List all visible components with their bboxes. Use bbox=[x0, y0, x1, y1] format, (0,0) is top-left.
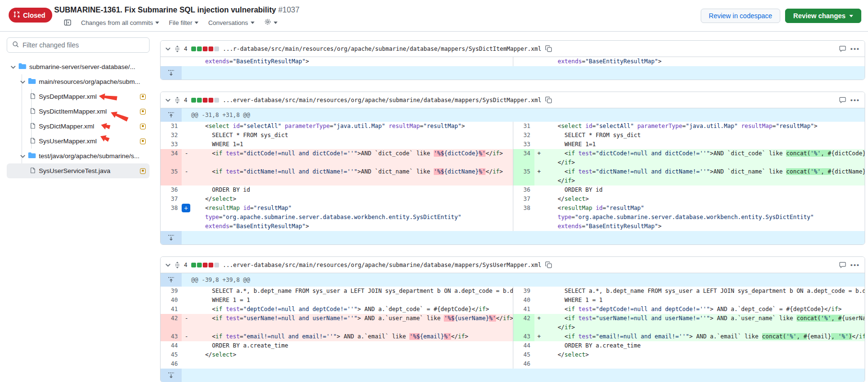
drag-handle-icon[interactable] bbox=[174, 97, 180, 104]
chevron-down-icon[interactable] bbox=[20, 78, 25, 85]
diff-sign: - bbox=[182, 167, 191, 176]
line-number[interactable]: 31 bbox=[513, 122, 534, 131]
line-number[interactable]: 41 bbox=[513, 305, 534, 314]
line-number[interactable]: 45 bbox=[161, 350, 182, 359]
line-number[interactable] bbox=[161, 222, 182, 231]
comment-icon[interactable] bbox=[839, 96, 846, 104]
line-number[interactable] bbox=[161, 158, 182, 167]
line-number[interactable]: 39 bbox=[161, 287, 182, 296]
diff-row: type="org.apache.submarine.server.databa… bbox=[161, 213, 865, 222]
tree-file-sysuserservicetest-java[interactable]: SysUserServiceTest.java bbox=[7, 163, 150, 178]
line-number[interactable]: 35 bbox=[513, 167, 534, 176]
line-number[interactable]: 33 bbox=[161, 140, 182, 149]
line-number[interactable]: 34 bbox=[161, 149, 182, 158]
chevron-down-icon[interactable] bbox=[11, 63, 16, 70]
line-number[interactable]: 37 bbox=[161, 195, 182, 204]
line-number[interactable]: 32 bbox=[513, 131, 534, 140]
line-number[interactable]: 36 bbox=[161, 185, 182, 195]
line-number[interactable]: 43 bbox=[161, 332, 182, 341]
line-number[interactable] bbox=[161, 213, 182, 222]
modified-file-icon bbox=[140, 168, 146, 174]
tree-folder-submarine-server-server-database-[interactable]: submarine-server/server-database/... bbox=[7, 59, 150, 74]
chevron-down-icon[interactable] bbox=[20, 152, 25, 160]
line-number[interactable]: 37 bbox=[513, 195, 534, 204]
line-number[interactable]: 46 bbox=[161, 359, 182, 369]
diff-file-header: 4...r-database/src/main/resources/org/ap… bbox=[161, 41, 865, 57]
expand-hunk-button[interactable] bbox=[161, 273, 182, 287]
review-changes-button[interactable]: Review changes bbox=[785, 9, 861, 23]
tree-file-sysdictmapper-xml[interactable]: SysDictMapper.xml bbox=[7, 119, 150, 134]
line-number[interactable]: 44 bbox=[513, 341, 534, 350]
line-number[interactable]: 45 bbox=[513, 350, 534, 359]
changes-from-dropdown[interactable]: Changes from all commits bbox=[81, 19, 159, 26]
line-number[interactable]: 44 bbox=[161, 341, 182, 350]
line-number[interactable]: 40 bbox=[161, 296, 182, 305]
line-number[interactable]: 39 bbox=[513, 287, 534, 296]
code-line: WHERE 1=1 bbox=[191, 140, 513, 149]
comment-icon[interactable] bbox=[839, 45, 846, 52]
copy-path-icon[interactable] bbox=[545, 45, 552, 52]
line-number[interactable]: 46 bbox=[513, 359, 534, 369]
line-number[interactable]: 32 bbox=[161, 131, 182, 140]
tree-file-sysusermapper-xml[interactable]: SysUserMapper.xml bbox=[7, 134, 150, 149]
kebab-menu[interactable]: ••• bbox=[850, 261, 860, 268]
kebab-menu[interactable]: ••• bbox=[850, 96, 860, 104]
expand-down-button[interactable] bbox=[161, 369, 182, 382]
kebab-menu[interactable]: ••• bbox=[850, 45, 860, 52]
expand-down-button[interactable] bbox=[161, 231, 182, 244]
tree-file-sysdictitemmapper-xml[interactable]: SysDictItemMapper.xml bbox=[7, 104, 150, 119]
line-number[interactable] bbox=[161, 57, 182, 66]
line-number[interactable] bbox=[513, 57, 534, 66]
expand-down-button[interactable] bbox=[161, 66, 182, 80]
hunk-header-text: @@ -31,8 +31,8 @@ bbox=[182, 108, 250, 122]
diff-settings-dropdown[interactable] bbox=[264, 18, 278, 27]
diffstat-block bbox=[191, 46, 196, 51]
expand-hunk-button[interactable] bbox=[161, 108, 182, 122]
drag-handle-icon[interactable] bbox=[174, 262, 180, 268]
collapse-file-chevron-icon[interactable] bbox=[165, 263, 171, 267]
sidebar-toggle-icon[interactable] bbox=[64, 19, 71, 26]
line-number[interactable] bbox=[513, 176, 534, 185]
add-comment-button[interactable]: + bbox=[182, 204, 190, 212]
line-number[interactable]: 42 bbox=[513, 314, 534, 323]
line-number[interactable]: 43 bbox=[513, 332, 534, 341]
line-number[interactable] bbox=[513, 222, 534, 231]
line-number[interactable] bbox=[513, 323, 534, 332]
diff-side-left: 31 <select id="selectAll" parameterType=… bbox=[161, 122, 513, 131]
line-number[interactable] bbox=[513, 213, 534, 222]
copy-path-icon[interactable] bbox=[545, 261, 552, 268]
diff-row: 42- <if test="userName!=null and userNam… bbox=[161, 314, 865, 323]
diff-sign bbox=[534, 176, 544, 185]
collapse-file-chevron-icon[interactable] bbox=[165, 47, 171, 51]
line-number[interactable]: 36 bbox=[513, 185, 534, 195]
line-number[interactable]: 42 bbox=[161, 314, 182, 323]
file-icon bbox=[30, 167, 36, 175]
file-filter-input[interactable] bbox=[23, 41, 144, 49]
code-line: </if> bbox=[544, 158, 865, 167]
diffstat-block bbox=[214, 98, 219, 103]
copy-path-icon[interactable] bbox=[545, 96, 552, 104]
tree-folder-test-java-org-apache-submarine-s-[interactable]: test/java/org/apache/submarine/s... bbox=[7, 149, 150, 163]
line-number[interactable] bbox=[513, 158, 534, 167]
review-in-codespace-button[interactable]: Review in codespace bbox=[701, 9, 780, 23]
line-number[interactable] bbox=[161, 176, 182, 185]
line-number[interactable]: 33 bbox=[513, 140, 534, 149]
conversations-dropdown[interactable]: Conversations bbox=[208, 19, 254, 26]
drag-handle-icon[interactable] bbox=[174, 46, 180, 52]
line-number[interactable]: 38 bbox=[513, 204, 534, 213]
line-number[interactable]: 41 bbox=[161, 305, 182, 314]
diff-panel: 4...erver-database/src/main/resources/or… bbox=[160, 92, 865, 245]
tree-folder-main-resources-org-apache-subm-[interactable]: main/resources/org/apache/subm... bbox=[7, 74, 150, 89]
line-number[interactable]: 31 bbox=[161, 122, 182, 131]
file-filter-dropdown[interactable]: File filter bbox=[169, 19, 198, 26]
line-number[interactable]: 40 bbox=[513, 296, 534, 305]
collapse-file-chevron-icon[interactable] bbox=[165, 98, 171, 102]
diff-side-right: 38 <resultMap id="resultMap" bbox=[513, 204, 865, 213]
line-number[interactable]: 38+ bbox=[161, 204, 182, 213]
line-number[interactable] bbox=[161, 323, 182, 332]
comment-icon[interactable] bbox=[839, 261, 846, 268]
tree-file-sysdeptmapper-xml[interactable]: SysDeptMapper.xml bbox=[7, 89, 150, 104]
line-number[interactable]: 34 bbox=[513, 149, 534, 158]
line-number[interactable]: 35 bbox=[161, 167, 182, 176]
diff-sign bbox=[182, 296, 191, 305]
